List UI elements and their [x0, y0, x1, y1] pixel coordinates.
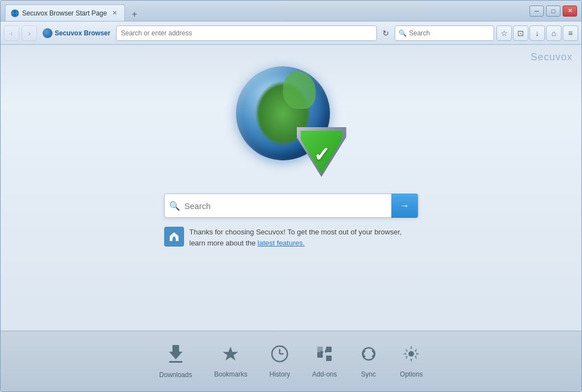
window-controls: ─ □ ✕: [529, 6, 577, 17]
main-search-input[interactable]: [185, 201, 391, 211]
menu-icon: ≡: [568, 29, 573, 38]
search-go-icon: →: [400, 200, 410, 212]
downloads-label: Downloads: [159, 371, 192, 379]
nav-search-icon: 🔍: [399, 29, 407, 37]
nav-logo: Secuvox Browser: [39, 27, 114, 39]
bookmark-button[interactable]: ☆: [496, 25, 512, 41]
history-icon: [270, 344, 289, 367]
toolbar-item-sync[interactable]: Sync: [359, 344, 378, 378]
svg-marker-6: [223, 347, 238, 360]
svg-rect-5: [169, 361, 182, 363]
nav-logo-icon: [43, 28, 53, 38]
downloads-icon: [167, 344, 185, 368]
menu-button[interactable]: ≡: [563, 25, 578, 41]
tab-favicon: [11, 9, 19, 17]
svg-point-16: [408, 351, 414, 357]
search-go-button[interactable]: →: [391, 194, 418, 218]
toolbar-item-history[interactable]: History: [270, 344, 290, 378]
active-tab[interactable]: Secuvox Browser Start Page ✕: [5, 4, 125, 21]
toolbar-item-bookmarks[interactable]: Bookmarks: [214, 344, 247, 378]
brand-label: Secuvox: [531, 51, 573, 63]
house-icon: [169, 231, 180, 242]
bookmarks-icon: [221, 344, 240, 367]
svg-rect-10: [317, 352, 323, 358]
new-tab-button[interactable]: +: [127, 8, 141, 21]
bookmark-icon: ☆: [501, 29, 508, 38]
addons-icon: [315, 344, 334, 367]
download-nav-button[interactable]: ↓: [529, 25, 545, 41]
address-input[interactable]: [121, 29, 372, 37]
sync-icon: [359, 344, 378, 367]
main-search-container[interactable]: 🔍 →: [164, 194, 418, 218]
title-bar: Secuvox Browser Start Page ✕ + ─ □ ✕: [1, 1, 581, 22]
svg-marker-4: [169, 345, 182, 359]
info-box: Thanks for choosing Secuvox! To get the …: [164, 227, 418, 248]
forward-icon: ›: [28, 29, 31, 38]
reload-button[interactable]: ↻: [379, 27, 392, 40]
shield-icon: ✓: [297, 122, 347, 177]
toolbar-item-downloads[interactable]: Downloads: [159, 344, 192, 379]
bookmarks-label: Bookmarks: [214, 370, 247, 378]
info-icon: [164, 227, 184, 247]
shield-body: ✓: [297, 127, 347, 177]
maximize-button[interactable]: □: [546, 6, 560, 17]
sync-label: Sync: [361, 370, 376, 378]
shield-inner: ✓: [300, 130, 343, 174]
svg-rect-15: [325, 349, 327, 353]
download-nav-icon: ↓: [536, 29, 539, 38]
svg-rect-3: [173, 237, 175, 239]
navigation-bar: ‹ › Secuvox Browser ↻ 🔍 ☆ ⊡ ↓: [1, 22, 581, 45]
back-button[interactable]: ‹: [4, 25, 19, 41]
nav-search-bar[interactable]: 🔍: [395, 25, 494, 41]
minimize-button[interactable]: ─: [529, 6, 544, 17]
svg-rect-14: [320, 351, 323, 353]
options-icon: [402, 344, 421, 367]
reader-icon: ⊡: [517, 29, 524, 38]
nav-search-input[interactable]: [409, 29, 492, 37]
checkmark-icon: ✓: [313, 143, 330, 166]
info-link[interactable]: latest features.: [258, 239, 305, 247]
reader-button[interactable]: ⊡: [513, 25, 528, 41]
back-icon: ‹: [11, 29, 13, 38]
address-bar[interactable]: [116, 25, 377, 41]
main-content: Secuvox ✓ 🔍 →: [1, 45, 581, 331]
search-icon: 🔍: [165, 201, 185, 211]
home-icon: ⌂: [552, 29, 556, 38]
browser-window: Secuvox Browser Start Page ✕ + ─ □ ✕ ‹ ›…: [0, 0, 582, 392]
toolbar-item-options[interactable]: Options: [400, 344, 423, 378]
tab-title: Secuvox Browser Start Page: [22, 9, 107, 17]
addons-label: Add-ons: [312, 370, 337, 378]
forward-button[interactable]: ›: [22, 25, 37, 41]
nav-actions: ☆ ⊡ ↓ ⌂ ≡: [496, 25, 578, 41]
options-label: Options: [400, 370, 423, 378]
home-button[interactable]: ⌂: [546, 25, 562, 41]
tab-close-button[interactable]: ✕: [110, 9, 119, 18]
nav-logo-text: Secuvox Browser: [55, 29, 111, 37]
logo-container: ✓: [236, 66, 347, 177]
tab-bar: Secuvox Browser Start Page ✕ +: [5, 1, 529, 21]
close-button[interactable]: ✕: [563, 6, 577, 17]
svg-rect-11: [326, 347, 332, 352]
toolbar-item-addons[interactable]: Add-ons: [312, 344, 337, 378]
svg-rect-12: [326, 356, 332, 361]
bottom-toolbar: Downloads Bookmarks History: [1, 331, 581, 391]
reload-icon: ↻: [382, 29, 389, 38]
info-text: Thanks for choosing Secuvox! To get the …: [190, 227, 418, 248]
history-label: History: [270, 370, 290, 378]
